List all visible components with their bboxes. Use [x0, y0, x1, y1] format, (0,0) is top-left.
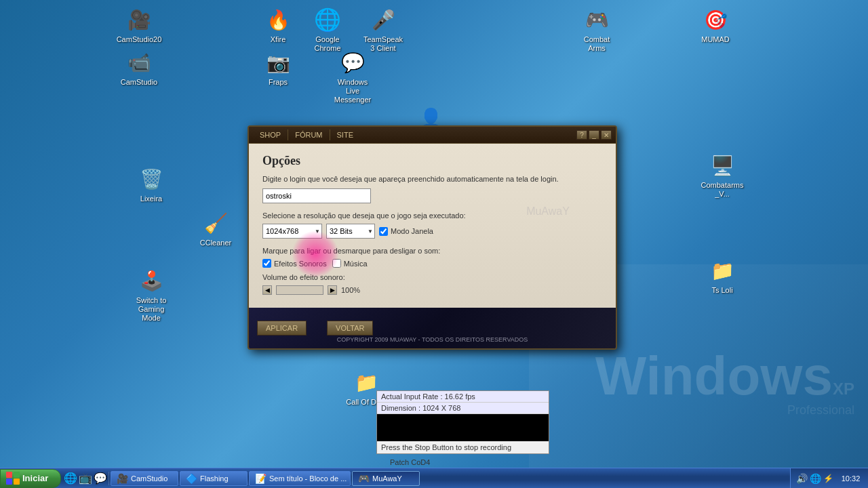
recording-info-box: Actual Input Rate : 16.62 fps Dimension …: [376, 390, 549, 454]
menu-site[interactable]: SITE: [330, 129, 360, 140]
ts-loli-label: Ts Loli: [711, 286, 732, 295]
efeitos-sonoros-label[interactable]: Efeitos Sonoros: [262, 259, 327, 268]
notepad-task-label: Sem título - Bloco de ...: [269, 474, 347, 483]
volume-percent: 100%: [341, 286, 360, 294]
musica-label[interactable]: Música: [332, 259, 368, 268]
taskbar-item-notepad[interactable]: 📝 Sem título - Bloco de ...: [249, 471, 351, 486]
volume-row: ◀ ▶ 100%: [262, 285, 602, 295]
menu-forum[interactable]: FÓRUM: [288, 129, 330, 140]
taskbar-separator: [108, 472, 109, 485]
call-of-duty-icon: 📁: [353, 369, 380, 396]
desktop-icon-combatarms-v[interactable]: 🖥️ Combatarms_V...: [698, 149, 746, 201]
volume-decrease-button[interactable]: ◀: [262, 285, 272, 295]
mumad-icon: 🎯: [702, 6, 729, 33]
taskbar-item-camstudio[interactable]: 🎥 CamStudio: [111, 471, 178, 486]
ccleaner-icon: 🧹: [202, 209, 229, 237]
muaway-task-icon: 🎮: [358, 473, 370, 484]
close-button[interactable]: ✕: [601, 130, 612, 140]
muaway-dialog: SHOP FÓRUM SITE ? _ ✕ MuAwaY Opções: [248, 125, 617, 350]
voltar-button[interactable]: VOLTAR: [327, 321, 373, 336]
desktop-icon-camstudio20[interactable]: 🎥 CamStudio20: [115, 3, 163, 47]
camstudio-task-icon: 🎥: [117, 473, 128, 484]
dialog-controls: ? _ ✕: [576, 130, 612, 140]
combat-arms-icon: 🎮: [583, 6, 610, 33]
dialog-footer: APLICAR VOLTAR COPYRIGHT 2009 MUAWAY - T…: [249, 308, 616, 348]
recording-preview: [377, 414, 549, 441]
tray-icon-3[interactable]: ⚡: [823, 474, 833, 483]
menu-shop[interactable]: SHOP: [253, 129, 288, 140]
start-button[interactable]: Iniciar: [0, 469, 61, 488]
messenger-quicklaunch[interactable]: 💬: [94, 472, 107, 485]
taskbar-item-flashing[interactable]: 🔷 Flashing: [180, 471, 248, 486]
desktop-icon-fraps[interactable]: 📷 Fraps: [254, 46, 302, 89]
resolution-select-wrapper: 1024x768 800x600 1280x1024: [262, 224, 322, 239]
modo-janela-label[interactable]: Modo Janela: [379, 227, 433, 236]
bits-select[interactable]: 32 Bits 16 Bits: [326, 224, 375, 239]
desktop-icon-combat-arms[interactable]: 🎮 Combat Arms: [573, 3, 620, 56]
efeitos-sonoros-checkbox[interactable]: [262, 259, 271, 268]
media-quicklaunch[interactable]: 📺: [79, 472, 92, 485]
desktop-icon-ts-loli[interactable]: 📁 Ts Loli: [698, 254, 746, 298]
system-tray: 🔊 🌐 ⚡ 10:32: [790, 468, 868, 488]
desktop-icon-windows-live[interactable]: 💬 Windows Live Messenger: [329, 46, 376, 108]
dialog-titlebar: SHOP FÓRUM SITE ? _ ✕: [249, 127, 616, 144]
resolution-select[interactable]: 1024x768 800x600 1280x1024: [262, 224, 322, 239]
desktop-icon-switch-gaming[interactable]: 🕹️ Switch to Gaming Mode: [127, 264, 175, 326]
ie-quicklaunch[interactable]: 🌐: [64, 472, 77, 485]
teamspeak-icon: 🎤: [370, 6, 397, 33]
taskbar-item-muaway[interactable]: 🎮 MuAwaY: [352, 471, 420, 486]
patch-text: Patch CoD4: [390, 458, 430, 466]
xfire-label: Xfire: [271, 35, 286, 44]
clock: 10:32: [839, 474, 863, 483]
chrome-icon: 🌐: [314, 6, 341, 33]
start-label: Iniciar: [22, 473, 48, 483]
lixeira-label: Lixeira: [140, 195, 162, 203]
recording-input-rate: Actual Input Rate : 16.62 fps: [377, 391, 549, 403]
minimize-button[interactable]: _: [589, 130, 599, 140]
lixeira-icon: 🗑️: [138, 165, 165, 192]
sound-checkboxes: Efeitos Sonoros Música: [262, 259, 602, 268]
volume-label: Volume do efeito sonoro:: [262, 273, 602, 281]
switch-gaming-icon: 🕹️: [138, 267, 165, 294]
desktop-icon-camstudio[interactable]: 📹 CamStudio: [115, 46, 163, 89]
tray-icon-1[interactable]: 🔊: [796, 473, 808, 484]
windows-logo: [6, 472, 20, 485]
dialog-body: MuAwaY Opções Digite o login que você de…: [249, 144, 616, 348]
desktop-icon-lixeira[interactable]: 🗑️ Lixeira: [127, 163, 175, 206]
camstudio20-label: CamStudio20: [117, 35, 162, 44]
desktop: WindowsXP Professional 🎥 CamStudio20 🌐 G…: [0, 0, 868, 488]
volume-increase-button[interactable]: ▶: [328, 285, 337, 295]
winlive-label: Windows Live Messenger: [332, 78, 374, 105]
switch-gaming-label: Switch to Gaming Mode: [130, 296, 172, 323]
tray-icons: 🔊 🌐 ⚡: [796, 473, 833, 484]
desktop-icon-ccleaner[interactable]: 🧹 CCleaner: [192, 207, 239, 250]
resolution-description: Selecione a resolução que deseja que o j…: [262, 211, 602, 220]
copyright-text: COPYRIGHT 2009 MUAWAY - TODOS OS DIREITO…: [337, 336, 528, 343]
aplicar-button[interactable]: APLICAR: [257, 321, 307, 336]
winlive-icon: 💬: [339, 49, 366, 76]
ccleaner-label: CCleaner: [200, 239, 231, 247]
fraps-icon: 📷: [264, 49, 292, 76]
combatarms-v-label: Combatarms_V...: [699, 181, 745, 199]
mumad-label: MUMAD: [701, 35, 730, 44]
recording-stop-msg: Press the Stop Button to stop recording: [377, 441, 549, 453]
dialog-title: Opções: [262, 154, 602, 168]
modo-janela-checkbox[interactable]: [379, 227, 388, 236]
musica-checkbox[interactable]: [332, 259, 341, 268]
camstudio-task-label: CamStudio: [131, 474, 167, 483]
help-button[interactable]: ?: [576, 130, 587, 140]
resolution-row: 1024x768 800x600 1280x1024 32 Bits 16 Bi…: [262, 224, 602, 239]
muaway-task-label: MuAwaY: [372, 474, 402, 483]
recording-dimension: Dimension : 1024 X 768: [377, 403, 549, 414]
tray-icon-2[interactable]: 🌐: [810, 473, 821, 484]
login-input[interactable]: [262, 188, 371, 203]
fraps-label: Fraps: [269, 78, 288, 87]
volume-bar: [276, 285, 323, 295]
desktop-icon-xfire[interactable]: 🔥 Xfire: [254, 3, 302, 47]
camstudio-label: CamStudio: [121, 78, 157, 87]
xfire-icon: 🔥: [264, 6, 292, 33]
notepad-task-icon: 📝: [255, 473, 267, 484]
login-description: Digite o login que você deseja que apare…: [262, 175, 602, 183]
taskbar: Iniciar 🌐 📺 💬 🎥 CamStudio 🔷 Flashing 📝 S…: [0, 468, 868, 488]
desktop-icon-mumad[interactable]: 🎯 MUMAD: [692, 3, 739, 47]
